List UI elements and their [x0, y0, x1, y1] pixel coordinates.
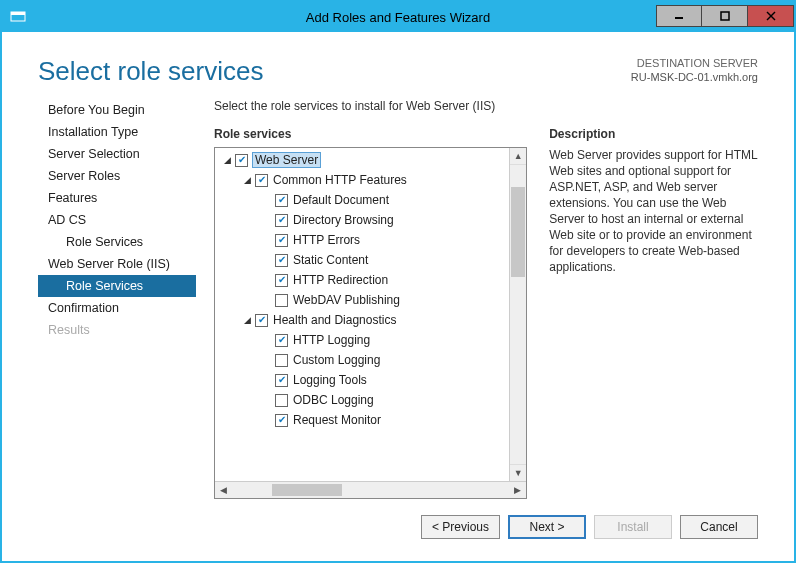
tree-node-label: ODBC Logging — [293, 393, 374, 407]
checkbox[interactable] — [275, 274, 288, 287]
close-button[interactable] — [748, 5, 794, 27]
scroll-down-icon[interactable]: ▼ — [510, 464, 526, 481]
spacer — [261, 414, 273, 426]
checkbox[interactable] — [275, 294, 288, 307]
tree-node-label: Web Server — [253, 153, 320, 167]
description-column: Description Web Server provides support … — [549, 127, 758, 499]
spacer — [261, 294, 273, 306]
titlebar[interactable]: Add Roles and Features Wizard — [2, 2, 794, 32]
maximize-button[interactable] — [702, 5, 748, 27]
checkbox[interactable] — [275, 374, 288, 387]
nav-item[interactable]: Features — [38, 187, 196, 209]
tree-node[interactable]: HTTP Redirection — [215, 270, 509, 290]
checkbox[interactable] — [255, 314, 268, 327]
tree-node[interactable]: Default Document — [215, 190, 509, 210]
wizard-header: Select role services DESTINATION SERVER … — [8, 38, 788, 99]
tree-node-label: Directory Browsing — [293, 213, 394, 227]
tree-node[interactable]: ODBC Logging — [215, 390, 509, 410]
scroll-up-icon[interactable]: ▲ — [510, 148, 526, 165]
nav-item[interactable]: Role Services — [38, 231, 196, 253]
destination-value: RU-MSK-DC-01.vmkh.org — [631, 70, 758, 84]
nav-item[interactable]: Role Services — [38, 275, 196, 297]
tree-node-label: Common HTTP Features — [273, 173, 407, 187]
tree-node[interactable]: ◢Web Server — [215, 150, 509, 170]
checkbox[interactable] — [275, 214, 288, 227]
spacer — [261, 374, 273, 386]
chevron-down-icon[interactable]: ◢ — [241, 314, 253, 326]
previous-button[interactable]: < Previous — [421, 515, 500, 539]
vertical-scrollbar[interactable]: ▲ ▼ — [509, 148, 526, 481]
spacer — [261, 274, 273, 286]
tree-node-label: WebDAV Publishing — [293, 293, 400, 307]
checkbox[interactable] — [275, 394, 288, 407]
install-button[interactable]: Install — [594, 515, 672, 539]
nav-item[interactable]: Server Selection — [38, 143, 196, 165]
minimize-button[interactable] — [656, 5, 702, 27]
scroll-left-icon[interactable]: ◀ — [215, 482, 232, 498]
tree-node-label: Health and Diagnostics — [273, 313, 396, 327]
tree-list[interactable]: ◢Web Server◢Common HTTP FeaturesDefault … — [215, 148, 509, 481]
horizontal-scrollbar[interactable]: ◀ ▶ — [215, 481, 526, 498]
role-services-tree: ◢Web Server◢Common HTTP FeaturesDefault … — [214, 147, 527, 499]
tree-node-label: HTTP Redirection — [293, 273, 388, 287]
checkbox[interactable] — [275, 334, 288, 347]
wizard-footer: < Previous Next > Install Cancel — [8, 499, 788, 555]
instruction-text: Select the role services to install for … — [214, 99, 758, 113]
tree-node[interactable]: HTTP Errors — [215, 230, 509, 250]
tree-node[interactable]: Logging Tools — [215, 370, 509, 390]
tree-node[interactable]: HTTP Logging — [215, 330, 509, 350]
tree-node-label: Custom Logging — [293, 353, 380, 367]
nav-item: Results — [38, 319, 196, 341]
tree-node-label: Static Content — [293, 253, 368, 267]
nav-item[interactable]: Before You Begin — [38, 99, 196, 121]
spacer — [261, 214, 273, 226]
role-services-label: Role services — [214, 127, 527, 141]
description-text: Web Server provides support for HTML Web… — [549, 147, 758, 275]
tree-node[interactable]: Static Content — [215, 250, 509, 270]
tree-node[interactable]: ◢Health and Diagnostics — [215, 310, 509, 330]
checkbox[interactable] — [235, 154, 248, 167]
chevron-down-icon[interactable]: ◢ — [221, 154, 233, 166]
chevron-down-icon[interactable]: ◢ — [241, 174, 253, 186]
nav-item[interactable]: AD CS — [38, 209, 196, 231]
spacer — [261, 334, 273, 346]
scroll-right-icon[interactable]: ▶ — [509, 482, 526, 498]
spacer — [261, 354, 273, 366]
wizard-body: Select role services DESTINATION SERVER … — [2, 32, 794, 561]
tree-node[interactable]: ◢Common HTTP Features — [215, 170, 509, 190]
checkbox[interactable] — [255, 174, 268, 187]
tree-node-label: Logging Tools — [293, 373, 367, 387]
nav-item[interactable]: Web Server Role (IIS) — [38, 253, 196, 275]
tree-node[interactable]: Custom Logging — [215, 350, 509, 370]
checkbox[interactable] — [275, 414, 288, 427]
wizard-nav: Before You BeginInstallation TypeServer … — [38, 99, 196, 499]
spacer — [261, 394, 273, 406]
svg-rect-3 — [721, 12, 729, 20]
next-button[interactable]: Next > — [508, 515, 586, 539]
tree-node[interactable]: Request Monitor — [215, 410, 509, 430]
cancel-button[interactable]: Cancel — [680, 515, 758, 539]
destination-server: DESTINATION SERVER RU-MSK-DC-01.vmkh.org — [631, 56, 758, 87]
description-label: Description — [549, 127, 758, 141]
tree-node[interactable]: WebDAV Publishing — [215, 290, 509, 310]
wizard-window: Add Roles and Features Wizard Select rol… — [0, 0, 796, 563]
svg-rect-1 — [11, 12, 25, 15]
tree-node-label: HTTP Logging — [293, 333, 370, 347]
nav-item[interactable]: Installation Type — [38, 121, 196, 143]
tree-node[interactable]: Directory Browsing — [215, 210, 509, 230]
app-icon — [2, 9, 34, 25]
tree-node-label: Default Document — [293, 193, 389, 207]
checkbox[interactable] — [275, 194, 288, 207]
window-buttons — [656, 7, 794, 27]
page-title: Select role services — [38, 56, 263, 87]
scroll-thumb[interactable] — [511, 187, 525, 277]
nav-item[interactable]: Confirmation — [38, 297, 196, 319]
main-panel: Select the role services to install for … — [214, 99, 758, 499]
checkbox[interactable] — [275, 354, 288, 367]
checkbox[interactable] — [275, 254, 288, 267]
nav-item[interactable]: Server Roles — [38, 165, 196, 187]
spacer — [261, 194, 273, 206]
checkbox[interactable] — [275, 234, 288, 247]
role-services-column: Role services ◢Web Server◢Common HTTP Fe… — [214, 127, 527, 499]
hscroll-thumb[interactable] — [272, 484, 342, 496]
